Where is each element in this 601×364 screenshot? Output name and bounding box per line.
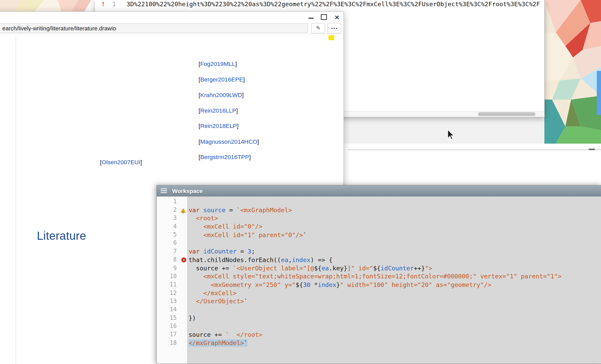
line-number[interactable]: 16 <box>157 322 187 331</box>
code-line[interactable] <box>188 306 601 314</box>
background-minimize-dash <box>589 149 595 150</box>
line-number[interactable]: 4 <box>157 223 187 231</box>
code-line[interactable] <box>188 198 601 206</box>
code-line[interactable]: </UserObject>` <box>188 297 601 306</box>
citation-link[interactable]: [Krahn2009LWD] <box>199 87 259 103</box>
bracket: ] <box>237 122 238 129</box>
line-number[interactable]: 11 <box>157 281 187 289</box>
citation-key[interactable]: Bergstrm2016TPP <box>200 154 249 160</box>
bracket: ] <box>257 138 259 145</box>
bracket: ] <box>243 76 245 83</box>
code-line[interactable]: <mxGeometry x="250" y="${30 *index}" wid… <box>188 281 601 289</box>
code-line[interactable]: ! 1 3D%22100%22%20height%3D%2230%22%20as… <box>95 0 544 8</box>
path-input[interactable] <box>0 23 308 33</box>
encoded-xml-text: 3D%22100%22%20height%3D%2230%22%20as%3D%… <box>126 0 540 8</box>
line-number[interactable]: 17 <box>157 331 187 339</box>
citation-key[interactable]: Berger2016EPE <box>200 76 243 83</box>
citation-aside: [Olsen2007EUI] <box>100 155 142 170</box>
minimize-button[interactable] <box>307 13 314 20</box>
gutter: 12!345678×9101112131415161718 <box>157 196 187 363</box>
menu-icon[interactable] <box>161 188 167 193</box>
citation-key[interactable]: Fog2019MLL <box>200 60 235 67</box>
mouse-cursor <box>447 129 455 141</box>
code-area[interactable]: var source = `<mxGraphModel> <root> <mxC… <box>187 196 601 363</box>
drawio-titlebar[interactable]: × <box>0 12 343 22</box>
citation-key[interactable]: Krahn2009LWD <box>200 92 242 98</box>
maximize-button[interactable] <box>320 13 327 20</box>
bracket: ] <box>235 60 237 67</box>
workspace-window: Workspace 12!345678×9101112131415161718 … <box>156 185 601 364</box>
citation-key[interactable]: Olsen2007EUI <box>102 159 140 166</box>
code-line[interactable] <box>188 322 601 331</box>
bracket: ] <box>236 107 238 114</box>
close-icon: × <box>335 13 339 20</box>
minimize-icon <box>308 18 313 19</box>
more-button[interactable]: ⋯ <box>327 23 341 33</box>
citation-link[interactable]: [Fog2019MLL] <box>199 56 259 72</box>
citation-link[interactable]: [Berger2016EPE] <box>199 72 259 87</box>
line-number[interactable]: 7 <box>157 248 187 256</box>
code-line[interactable]: <root> <box>188 214 601 223</box>
error-icon[interactable]: × <box>181 257 186 262</box>
citation-key[interactable]: Rein2016LLP <box>200 107 236 114</box>
code-editor: 12!345678×9101112131415161718 var source… <box>157 196 601 363</box>
line-number: 1 <box>106 1 116 8</box>
line-number[interactable]: 13 <box>157 297 187 306</box>
warning-icon[interactable]: ! <box>180 208 186 212</box>
code-line[interactable]: </mxGraphModel>` <box>188 339 601 347</box>
workspace-titlebar[interactable]: Workspace <box>157 186 601 197</box>
page-boundary-line <box>16 37 16 364</box>
line-number[interactable]: 1 <box>157 198 187 206</box>
window-title: Workspace <box>172 188 203 194</box>
yellow-marker[interactable] <box>328 35 334 40</box>
line-number[interactable]: 8× <box>157 256 187 264</box>
desktop: ! 1 3D%22100%22%20height%3D%2230%22%20as… <box>0 0 601 364</box>
line-number[interactable]: 18 <box>157 339 187 347</box>
bracket: ] <box>140 159 142 166</box>
code-line[interactable] <box>188 239 601 248</box>
bracket: ] <box>249 154 251 160</box>
line-number[interactable]: 12 <box>157 289 187 297</box>
line-number[interactable]: 10 <box>157 272 187 281</box>
background-window-strip <box>343 117 544 144</box>
scrollbar-thumb[interactable] <box>478 112 535 116</box>
address-bar: ✎ ⋯ <box>0 22 343 34</box>
citation-key[interactable]: Magnusson2014HCO <box>200 138 257 145</box>
code-line[interactable]: <mxCell style="text;whiteSpace=wrap;html… <box>188 272 601 281</box>
bracket: ] <box>242 92 244 98</box>
code-line[interactable]: var source = `<mxGraphModel> <box>188 206 601 214</box>
code-line[interactable]: source += `<UserObject label="[@${ea.key… <box>188 264 601 272</box>
code-line[interactable]: }) <box>188 314 601 322</box>
error-marker-icon: ! <box>100 1 106 8</box>
line-number[interactable]: 9 <box>157 264 187 272</box>
close-button[interactable]: × <box>333 13 340 20</box>
code-line[interactable]: <mxCell id="1" parent="0"/>` <box>188 231 601 239</box>
edit-button[interactable]: ✎ <box>311 23 325 33</box>
code-line[interactable]: that.childNodes.forEach((ea,index) => { <box>188 256 601 264</box>
desktop-wallpaper-topleft <box>0 0 95 11</box>
literature-heading: Literature <box>37 229 86 242</box>
citation-link[interactable]: [Bergstrm2016TPP] <box>199 149 259 165</box>
line-number[interactable]: 14 <box>157 306 187 314</box>
line-number[interactable]: 15 <box>157 314 187 322</box>
code-line[interactable]: var idCounter = 3; <box>188 248 601 256</box>
line-number[interactable]: 3 <box>157 214 187 223</box>
background-window-divider <box>348 149 601 150</box>
line-number[interactable]: 2! <box>157 206 187 214</box>
code-line[interactable]: source += ` </root> <box>188 331 601 339</box>
citation-column: [Fog2019MLL][Berger2016EPE][Krahn2009LWD… <box>199 56 259 165</box>
code-line[interactable]: </mxCell> <box>188 289 601 297</box>
pencil-icon: ✎ <box>316 25 320 31</box>
code-line[interactable]: <mxCell id="0"/> <box>188 223 601 231</box>
ellipsis-icon: ⋯ <box>331 24 337 32</box>
citation-link[interactable]: [Rein2016LLP] <box>199 103 259 118</box>
citation-link[interactable]: [Magnusson2014HCO] <box>199 134 259 149</box>
citation-key[interactable]: Rein2018ELP <box>200 122 237 129</box>
line-number[interactable]: 6 <box>157 239 187 248</box>
line-number[interactable]: 5 <box>157 231 187 239</box>
citation-link[interactable]: [Olsen2007EUI] <box>100 155 142 170</box>
citation-link[interactable]: [Rein2018ELP] <box>199 118 259 134</box>
maximize-icon <box>321 14 327 20</box>
desktop-wallpaper-right <box>544 0 601 144</box>
